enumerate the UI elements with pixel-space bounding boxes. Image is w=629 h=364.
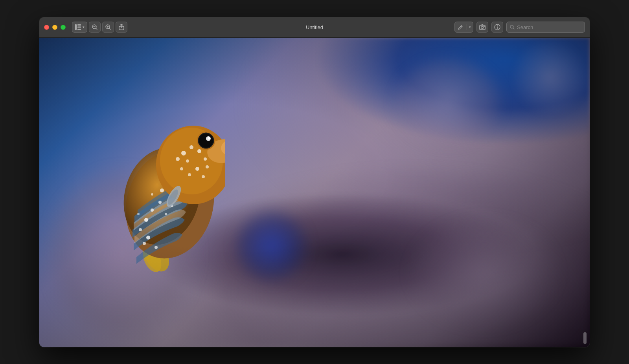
toolbar-left: ▾ — [72, 22, 127, 33]
bg-blob-2 — [511, 38, 590, 116]
search-input[interactable] — [517, 24, 581, 30]
svg-point-47 — [195, 167, 199, 171]
zoom-out-button[interactable] — [89, 22, 101, 33]
share-button[interactable] — [116, 22, 127, 33]
info-button[interactable] — [491, 22, 503, 33]
svg-point-15 — [481, 26, 484, 29]
minimize-button[interactable] — [52, 25, 57, 30]
svg-point-26 — [144, 218, 148, 222]
zoom-in-icon — [105, 24, 111, 30]
svg-point-30 — [146, 236, 150, 240]
close-button[interactable] — [44, 25, 49, 30]
zoom-in-button[interactable] — [102, 22, 114, 33]
svg-rect-0 — [75, 24, 77, 30]
zoom-out-icon — [92, 24, 97, 30]
pen-tool-dropdown[interactable]: ▾ — [467, 22, 473, 32]
toolbar-right: ▾ — [454, 22, 585, 33]
svg-rect-1 — [77, 24, 81, 26]
svg-point-27 — [151, 209, 154, 212]
svg-line-10 — [109, 28, 110, 29]
svg-point-29 — [139, 228, 142, 231]
info-icon — [494, 24, 500, 30]
svg-point-45 — [204, 157, 207, 161]
svg-point-42 — [181, 151, 186, 155]
svg-point-52 — [180, 167, 183, 170]
traffic-lights — [44, 25, 66, 30]
titlebar: ▾ — [39, 17, 590, 38]
main-window: ▾ — [39, 17, 590, 347]
search-box — [506, 22, 585, 33]
svg-point-38 — [151, 193, 153, 196]
svg-point-35 — [160, 188, 164, 192]
svg-point-46 — [186, 159, 189, 163]
camera-button[interactable] — [476, 22, 488, 33]
scroll-indicator[interactable] — [583, 332, 587, 344]
svg-line-6 — [96, 28, 97, 29]
svg-point-28 — [158, 201, 162, 204]
svg-point-39 — [137, 213, 140, 215]
bg-blue-spot — [232, 207, 311, 285]
svg-point-19 — [497, 26, 498, 26]
svg-point-31 — [154, 246, 158, 249]
svg-point-44 — [197, 149, 201, 153]
svg-point-57 — [199, 134, 213, 148]
svg-point-59 — [208, 137, 210, 139]
fish-svg — [83, 75, 225, 279]
window-title: Untitled — [306, 24, 323, 30]
svg-rect-3 — [77, 29, 81, 30]
svg-line-21 — [513, 28, 515, 29]
maximize-button[interactable] — [61, 25, 66, 30]
svg-point-51 — [176, 157, 180, 161]
image-content — [39, 38, 590, 347]
search-icon — [510, 25, 515, 29]
svg-point-43 — [189, 145, 193, 149]
svg-point-50 — [188, 173, 191, 176]
svg-point-34 — [143, 242, 146, 245]
svg-point-16 — [484, 26, 485, 27]
svg-rect-2 — [77, 27, 81, 28]
sidebar-dropdown-arrow: ▾ — [83, 25, 85, 29]
svg-point-32 — [165, 213, 167, 215]
bg-blob-3 — [405, 214, 562, 331]
bg-blob-1 — [389, 53, 507, 151]
svg-point-48 — [206, 165, 209, 168]
svg-point-20 — [510, 25, 513, 28]
pen-tool-group: ▾ — [454, 22, 473, 33]
camera-icon — [479, 24, 486, 30]
sidebar-toggle-button[interactable]: ▾ — [72, 22, 87, 33]
fish-scene — [39, 38, 590, 347]
pen-tool-button[interactable] — [455, 22, 467, 32]
sidebar-icon — [75, 24, 81, 30]
pen-icon — [458, 24, 463, 30]
share-icon — [119, 24, 124, 30]
svg-point-49 — [202, 175, 205, 178]
